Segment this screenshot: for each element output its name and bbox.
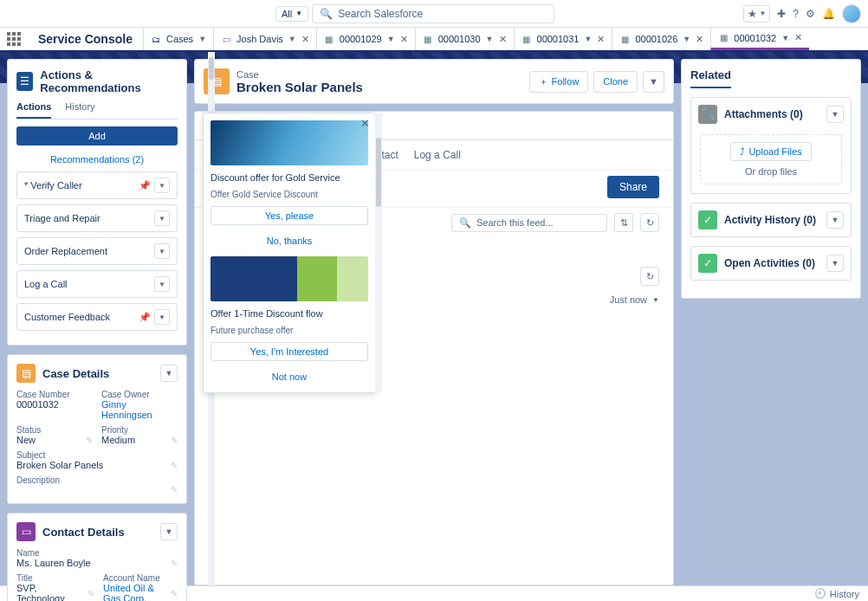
edit-icon[interactable]: ✎ (87, 589, 94, 598)
action-item[interactable]: Triage and Repair ▼ (16, 204, 178, 232)
close-icon[interactable]: ✕ (301, 34, 309, 45)
clone-button[interactable]: Clone (593, 71, 638, 93)
chevron-down-icon[interactable]: ▼ (160, 523, 178, 540)
chevron-down-icon[interactable]: ▼ (387, 35, 395, 43)
chevron-down-icon[interactable]: ▼ (584, 35, 592, 43)
action-item[interactable]: Order Replacement ▼ (16, 237, 178, 265)
chevron-down-icon[interactable]: ▼ (781, 34, 789, 42)
briefcase-icon (423, 34, 433, 44)
recommendations-popover: ✕ Discount offer for Gold Service Offer … (203, 113, 376, 393)
scrollbar[interactable] (375, 113, 382, 392)
contact-icon (221, 34, 231, 44)
chevron-down-icon[interactable]: ▼ (652, 296, 659, 304)
reject-button[interactable]: No, thanks (211, 232, 368, 249)
refresh-icon[interactable]: ↻ (640, 213, 659, 232)
chevron-down-icon[interactable]: ▼ (154, 243, 170, 259)
recommendations-link[interactable]: Recommendations (2) (16, 151, 178, 171)
chevron-down-icon[interactable]: ▼ (486, 35, 494, 43)
edit-icon[interactable]: ✎ (171, 559, 178, 568)
pin-icon[interactable]: 📌 (139, 312, 151, 323)
global-search[interactable]: 🔍 Search Salesforce (312, 4, 554, 23)
upload-files-button[interactable]: ⤴Upload Files (730, 142, 811, 161)
edit-icon[interactable]: ✎ (171, 485, 178, 494)
actions-recommendations-card: ☰ Actions & Recommendations Actions Hist… (7, 59, 187, 346)
upload-zone[interactable]: ⤴Upload Files Or drop files (700, 134, 842, 184)
nav-tab[interactable]: Josh Davis ▼ ✕ (213, 28, 316, 50)
plus-icon: ＋ (539, 75, 548, 88)
avatar[interactable] (842, 4, 861, 23)
recommendation-image (211, 120, 368, 165)
app-name: Service Console (28, 28, 143, 50)
clock-icon: 🕘 (814, 588, 826, 599)
search-icon: 🔍 (459, 217, 471, 229)
gear-icon[interactable]: ⚙ (806, 8, 815, 20)
edit-icon[interactable]: ✎ (171, 461, 178, 470)
sort-icon[interactable]: ⇅ (614, 213, 633, 232)
bell-icon[interactable]: 🔔 (822, 8, 835, 20)
attachment-icon: 📎 (698, 105, 717, 124)
chevron-down-icon[interactable]: ▼ (198, 35, 206, 43)
activity-icon: ✓ (698, 210, 717, 229)
account-link[interactable]: United Oil & Gas Corp. (103, 583, 171, 601)
list-icon: ☰ (16, 72, 33, 91)
card-title: Case Details (42, 367, 109, 380)
nav-bar: Service Console Cases ▼ Josh Davis ▼ ✕ 0… (0, 28, 868, 52)
history-button[interactable]: History (830, 589, 859, 599)
edit-icon[interactable]: ✎ (86, 436, 93, 445)
chevron-down-icon[interactable]: ▼ (160, 365, 178, 382)
tab-history[interactable]: History (65, 101, 94, 119)
close-icon[interactable]: ✕ (794, 32, 802, 43)
chevron-down-icon[interactable]: ▼ (826, 211, 844, 229)
chevron-down-icon[interactable]: ▼ (154, 309, 170, 325)
activity-icon: ✓ (698, 254, 717, 273)
nav-tab[interactable]: 00001029 ▼ ✕ (316, 28, 415, 50)
nav-tab[interactable]: 00001031 ▼ ✕ (514, 28, 612, 50)
add-icon[interactable]: ✚ (777, 8, 786, 20)
search-icon: 🔍 (320, 8, 333, 20)
pin-icon[interactable]: 📌 (139, 180, 151, 191)
action-item[interactable]: Log a Call ▼ (16, 270, 178, 298)
case-icon: ▤ (16, 364, 36, 383)
chevron-down-icon[interactable]: ▼ (154, 210, 170, 226)
follow-button[interactable]: ＋Follow (529, 71, 589, 93)
case-details-card: ▤ Case Details ▼ Case Number 00001032 Ca… (7, 354, 187, 504)
briefcase-icon (619, 34, 630, 44)
tab-actions[interactable]: Actions (16, 101, 51, 119)
add-button[interactable]: Add (16, 126, 178, 145)
refresh-icon[interactable]: ↻ (640, 267, 659, 286)
chevron-down-icon[interactable]: ▼ (288, 35, 296, 43)
chevron-down-icon[interactable]: ▼ (826, 255, 844, 272)
card-title: Contact Details (42, 526, 125, 539)
favorites-button[interactable]: ★▼ (743, 5, 770, 23)
share-button[interactable]: Share (607, 176, 659, 198)
nav-tab[interactable]: 00001030 ▼ ✕ (415, 28, 514, 50)
close-icon[interactable]: ✕ (499, 34, 507, 45)
nav-tab[interactable]: 00001032 ▼ ✕ (710, 28, 809, 50)
edit-icon[interactable]: ✎ (171, 436, 178, 445)
more-actions-button[interactable]: ▼ (643, 71, 664, 93)
help-icon[interactable]: ? (793, 8, 799, 20)
action-item[interactable]: Customer Feedback 📌 ▼ (16, 303, 178, 331)
app-launcher[interactable] (0, 28, 28, 50)
edit-icon[interactable]: ✎ (171, 589, 178, 598)
quick-action[interactable]: Log a Call (414, 149, 461, 161)
chevron-down-icon[interactable]: ▼ (154, 276, 170, 292)
case-owner-link[interactable]: Ginny Henningsen (101, 399, 178, 420)
accept-button[interactable]: Yes, please (211, 206, 368, 225)
close-icon[interactable]: ✕ (400, 34, 408, 45)
chevron-down-icon[interactable]: ▼ (826, 106, 844, 123)
close-icon[interactable]: ✕ (360, 117, 370, 130)
chevron-down-icon[interactable]: ▼ (683, 35, 690, 43)
action-item[interactable]: * Verify Caller 📌 ▼ (16, 171, 178, 199)
search-feed-input[interactable]: 🔍 Search this feed... (451, 214, 607, 232)
nav-tab[interactable]: Cases ▼ (143, 28, 213, 50)
close-icon[interactable]: ✕ (696, 34, 703, 45)
close-icon[interactable]: ✕ (597, 34, 605, 45)
nav-tab[interactable]: 00001026 ▼ ✕ (612, 28, 710, 50)
page-title: Broken Solar Panels (236, 80, 363, 94)
search-scope[interactable]: All▼ (275, 6, 308, 22)
accept-button[interactable]: Yes, I'm Interested (211, 342, 368, 361)
timestamp: Just now (610, 294, 647, 305)
chevron-down-icon[interactable]: ▼ (154, 178, 170, 193)
reject-button[interactable]: Not now (211, 368, 368, 385)
